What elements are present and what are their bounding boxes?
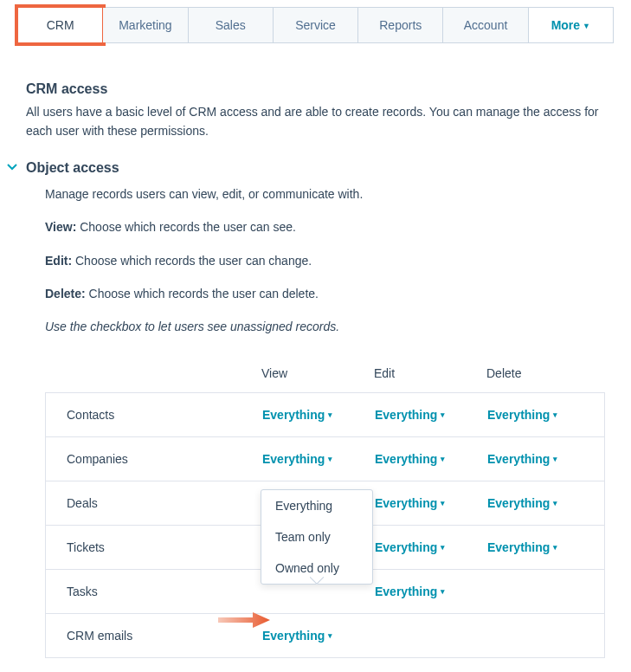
edit-cell: Everything ▾ [375,408,487,422]
tab-label: CRM [47,18,74,32]
edit-permission-dropdown[interactable]: Everything ▾ [375,540,445,554]
delete-permission-dropdown[interactable]: Everything ▾ [487,452,557,466]
object-access-title: Object access [26,160,119,176]
tab-label: Service [295,18,336,32]
chevron-down-icon: ▼ [583,22,590,30]
dropdown-option[interactable]: Everything [261,490,372,521]
chevron-down-icon: ▾ [328,455,332,463]
chevron-down-icon: ▾ [441,455,445,463]
tab-service[interactable]: Service [274,8,358,42]
chevron-down-icon: ▾ [441,587,445,596]
view-cell: Everything ▾ [262,629,375,643]
tab-account[interactable]: Account [443,8,528,42]
object-name: CRM emails [46,629,262,643]
popover-arrow-icon [310,577,324,591]
edit-cell: Everything ▾ [375,496,487,510]
delete-cell: Everything ▾ [487,452,600,466]
delete-label: Delete: [45,287,86,300]
edit-permission-dropdown[interactable]: Everything ▾ [375,585,445,598]
delete-definition: Delete: Choose which records the user ca… [45,284,605,303]
view-dropdown-popover: Everything Team only Owned only [261,489,373,585]
col-view-header: View [261,366,374,380]
tab-more[interactable]: More▼ [529,8,613,42]
tab-marketing[interactable]: Marketing [103,8,188,42]
tab-sales[interactable]: Sales [189,8,274,42]
col-object-header [45,366,261,380]
table-row: ContactsEverything ▾Everything ▾Everythi… [46,393,604,437]
chevron-down-icon: ▾ [553,499,557,507]
chevron-down-icon: ▾ [441,543,445,552]
view-cell: Everything ▾ [262,408,375,422]
delete-permission-dropdown[interactable]: Everything ▾ [487,496,557,510]
chevron-down-icon: ▾ [328,410,332,419]
edit-definition: Edit: Choose which records the user can … [45,251,605,270]
view-text: Choose which records the user can see. [80,220,296,234]
edit-permission-dropdown[interactable]: Everything ▾ [375,496,445,510]
edit-permission-dropdown[interactable]: Everything ▾ [375,452,445,466]
delete-permission-dropdown[interactable]: Everything ▾ [487,540,557,554]
edit-text: Choose which records the user can change… [75,254,312,268]
tab-reports[interactable]: Reports [358,8,443,42]
delete-cell: Everything ▾ [487,496,600,510]
tab-label: Sales [216,18,246,32]
col-delete-header: Delete [486,366,599,380]
content-area: CRM access All users have a basic level … [0,43,631,658]
tabs-bar: CRM Marketing Sales Service Reports Acco… [17,7,614,43]
tab-label: More [551,18,580,32]
view-permission-dropdown[interactable]: Everything ▾ [262,452,332,466]
table-row: CRM emailsEverything ▾ [46,614,604,658]
view-label: View: [45,220,76,234]
view-permission-dropdown[interactable]: Everything ▾ [262,629,332,643]
col-edit-header: Edit [374,366,486,380]
tab-label: Marketing [119,18,171,32]
chevron-down-icon: ▾ [441,499,445,507]
delete-permission-dropdown[interactable]: Everything ▾ [487,408,557,422]
chevron-down-icon: ▾ [553,543,557,552]
object-name: Companies [46,452,262,466]
delete-text: Choose which records the user can delete… [89,287,319,300]
edit-cell: Everything ▾ [375,540,487,554]
chevron-down-icon: ▾ [553,455,557,463]
tab-label: Account [464,18,508,32]
table-header: View Edit Delete [45,359,605,392]
edit-cell: Everything ▾ [375,452,487,466]
permissions-table: View Edit Delete ContactsEverything ▾Eve… [45,359,605,658]
object-name: Contacts [46,408,262,422]
delete-cell: Everything ▾ [487,408,600,422]
chevron-down-icon: ▾ [441,410,445,419]
object-access-toggle[interactable]: Object access [7,160,605,176]
object-name: Deals [46,496,262,510]
edit-cell: Everything ▾ [375,585,487,598]
delete-cell: Everything ▾ [487,540,600,554]
view-definition: View: Choose which records the user can … [45,217,605,236]
object-name: Tickets [46,540,262,554]
edit-label: Edit: [45,254,72,268]
section-title: CRM access [26,81,605,97]
chevron-down-icon [7,161,26,175]
chevron-down-icon: ▾ [553,410,557,419]
tab-label: Reports [379,18,422,32]
tab-crm[interactable]: CRM [18,8,103,42]
object-access-body: Manage records users can view, edit, or … [26,184,605,658]
object-name: Tasks [46,585,262,598]
chevron-down-icon: ▾ [328,631,332,640]
view-cell: Everything ▾ [262,452,375,466]
view-permission-dropdown[interactable]: Everything ▾ [262,408,332,422]
edit-permission-dropdown[interactable]: Everything ▾ [375,408,445,422]
object-access-note: Use the checkbox to let users see unassi… [45,317,605,336]
object-access-intro: Manage records users can view, edit, or … [45,184,605,204]
table-row: CompaniesEverything ▾Everything ▾Everyth… [46,437,604,481]
section-description: All users have a basic level of CRM acce… [26,102,605,141]
dropdown-option[interactable]: Team only [261,521,372,552]
